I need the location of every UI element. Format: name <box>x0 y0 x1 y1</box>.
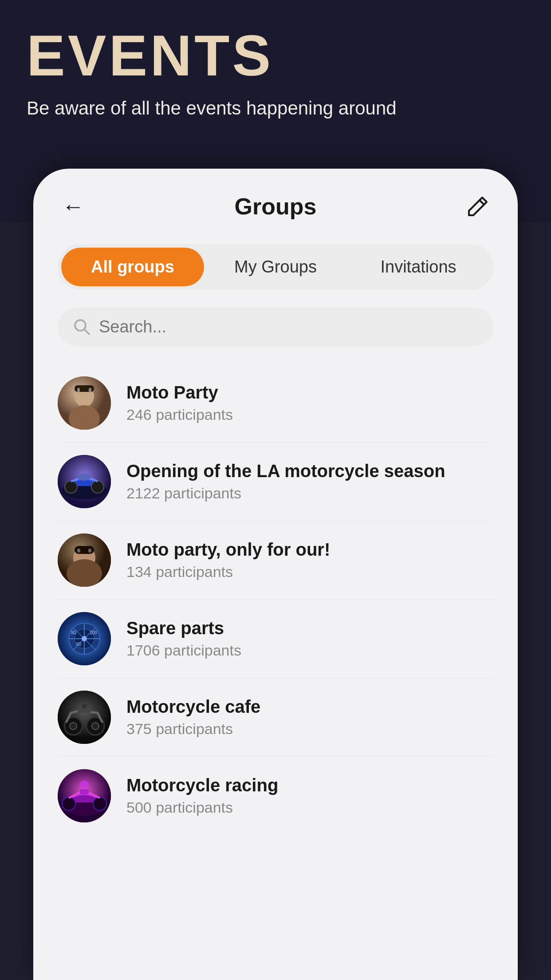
back-arrow-icon: ← <box>62 195 84 217</box>
phone-inner: ← Groups All groups My Groups Invitation… <box>33 169 518 980</box>
svg-point-33 <box>70 723 77 730</box>
svg-rect-30 <box>58 691 111 744</box>
svg-rect-41 <box>80 789 89 794</box>
svg-rect-36 <box>82 704 87 708</box>
group-info-1: Moto Party 246 participants <box>126 383 493 423</box>
tab-all-groups[interactable]: All groups <box>61 248 204 286</box>
tab-my-groups[interactable]: My Groups <box>204 248 347 286</box>
group-participants-4: 1706 participants <box>126 642 493 659</box>
group-name-5: Motorcycle cafe <box>126 697 493 717</box>
group-name-1: Moto Party <box>126 383 493 403</box>
group-avatar-6 <box>58 769 111 822</box>
group-info-5: Motorcycle cafe 375 participants <box>126 697 493 738</box>
group-name-3: Moto party, only for our! <box>126 540 493 560</box>
group-item[interactable]: Moto party, only for our! 134 participan… <box>58 521 493 600</box>
svg-rect-17 <box>77 549 80 553</box>
back-button[interactable]: ← <box>58 191 89 222</box>
header-title: Groups <box>235 193 317 220</box>
group-participants-1: 246 participants <box>126 406 493 423</box>
svg-line-1 <box>84 329 89 334</box>
group-item[interactable]: Moto Party 246 participants <box>58 364 493 443</box>
svg-text:100: 100 <box>90 630 97 635</box>
search-container <box>58 308 493 346</box>
group-participants-2: 2122 participants <box>126 485 493 502</box>
group-avatar-1 <box>58 376 111 430</box>
group-avatar-3 <box>58 533 111 587</box>
group-item[interactable]: Opening of the LA motorcycle season 2122… <box>58 443 493 521</box>
search-input[interactable] <box>99 317 478 336</box>
svg-point-34 <box>92 723 99 730</box>
phone-container: ← Groups All groups My Groups Invitation… <box>33 169 518 980</box>
group-participants-6: 500 participants <box>126 799 493 816</box>
tab-invitations[interactable]: Invitations <box>347 248 490 286</box>
group-name-2: Opening of the LA motorcycle season <box>126 461 493 481</box>
groups-list: Moto Party 246 participants <box>58 364 493 835</box>
header: ← Groups <box>58 191 493 222</box>
group-avatar-5 <box>58 691 111 744</box>
page-title: EVENTS <box>27 27 524 84</box>
svg-point-10 <box>65 481 77 493</box>
svg-text:80: 80 <box>71 630 76 635</box>
group-item[interactable]: 80 100 60 Spare parts 1706 participants <box>58 600 493 678</box>
svg-rect-18 <box>88 549 91 553</box>
group-info-4: Spare parts 1706 participants <box>126 618 493 659</box>
edit-icon <box>466 195 489 218</box>
svg-point-15 <box>67 559 102 587</box>
svg-point-40 <box>93 797 106 810</box>
page-subtitle: Be aware of all the events happening aro… <box>27 98 524 119</box>
svg-rect-6 <box>77 388 80 392</box>
group-participants-3: 134 participants <box>126 563 493 581</box>
group-info-6: Motorcycle racing 500 participants <box>126 775 493 816</box>
group-participants-5: 375 participants <box>126 720 493 738</box>
edit-button[interactable] <box>462 191 493 222</box>
group-avatar-2 <box>58 455 111 508</box>
svg-point-11 <box>91 481 104 493</box>
tabs-container: All groups My Groups Invitations <box>58 244 493 290</box>
group-avatar-4: 80 100 60 <box>58 612 111 665</box>
group-item[interactable]: Motorcycle cafe 375 participants <box>58 678 493 757</box>
group-info-2: Opening of the LA motorcycle season 2122… <box>126 461 493 502</box>
svg-point-39 <box>62 797 75 810</box>
svg-point-26 <box>82 636 87 641</box>
group-name-6: Motorcycle racing <box>126 775 493 795</box>
group-info-3: Moto party, only for our! 134 participan… <box>126 540 493 581</box>
group-name-4: Spare parts <box>126 618 493 638</box>
search-icon <box>73 318 90 336</box>
group-item[interactable]: Motorcycle racing 500 participants <box>58 757 493 835</box>
svg-point-12 <box>78 474 91 481</box>
svg-rect-7 <box>89 388 91 392</box>
svg-point-42 <box>80 780 89 789</box>
svg-text:60: 60 <box>76 642 82 647</box>
